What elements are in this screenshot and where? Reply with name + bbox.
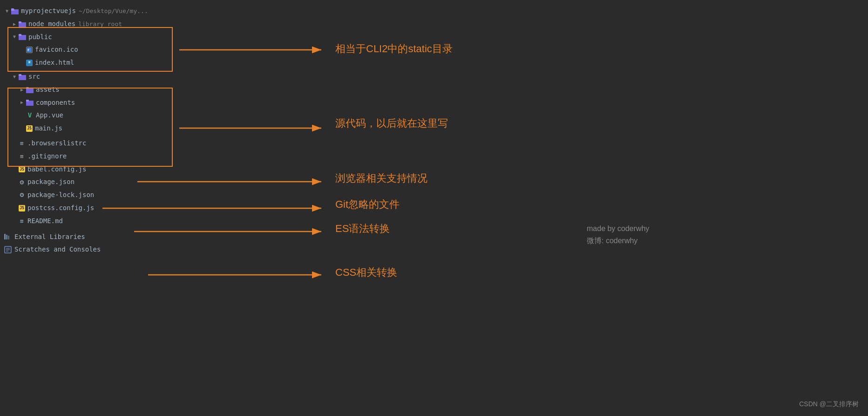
arrow-icon [19,99,25,106]
svg-rect-12 [26,87,29,89]
watermark-line2: 微博: coderwhy [587,235,649,247]
arrow-icon [4,8,10,14]
config-icon: ≡ [19,140,25,147]
svg-rect-4 [19,21,21,23]
watermark-coderwhy: made by coderwhy 微博: coderwhy [587,223,649,246]
ico-icon: F [26,47,33,53]
arrow-spacer [11,218,18,225]
main-js-label: main.js [35,123,62,134]
config-icon: ≡ [19,218,25,225]
arrow-spacer [19,125,25,132]
annotation-css: CSS相关转换 [335,266,397,280]
file-tree: myprojectvuejs ~/Desktop/Vue/my... node_… [0,0,177,261]
svg-rect-2 [11,8,14,10]
index-html-label: index.html [35,57,74,68]
public-label: public [28,32,52,43]
src-label: src [28,71,40,82]
arrow-icon [11,34,18,40]
left-panel: myprojectvuejs ~/Desktop/Vue/my... node_… [0,0,251,416]
folder-icon [19,33,26,41]
tree-item-main-js[interactable]: JS main.js [0,122,177,135]
folder-icon [11,7,19,15]
assets-label: assets [36,84,60,95]
folder-icon [26,86,34,94]
arrow-spacer [19,112,25,119]
folder-icon [26,99,34,106]
arrow-icon [11,21,18,27]
tree-item-browserslistrc[interactable]: ≡ .browserslistrc [0,137,177,150]
svg-text:F: F [27,48,29,52]
config-icon: ≡ [19,153,25,160]
tree-item-scratches[interactable]: Scratches and Consoles [0,243,177,256]
tree-item-favicon[interactable]: F favicon.ico [0,43,177,56]
gitignore-label: .gitignore [27,151,67,162]
svg-rect-16 [6,235,7,239]
arrow-spacer [11,166,18,172]
svg-rect-6 [19,34,21,36]
js-icon: JS [19,205,25,211]
babel-config-label: babel.config.js [27,164,86,175]
svg-rect-15 [4,234,6,239]
svg-rect-17 [8,236,9,239]
tree-item-node-modules[interactable]: node_modules library root [0,18,177,31]
annotation-browser: 浏览器相关支持情况 [335,171,427,185]
csdn-credit: CSDN @二叉排序树 [799,400,859,409]
folder-icon [19,20,26,28]
arrow-spacer [19,47,25,53]
readme-label: README.md [27,216,63,227]
annotation-static: 相当于CLI2中的static目录 [335,42,453,56]
annotation-git: Git忽略的文件 [335,198,400,211]
tree-item-index-html[interactable]: H index.html [0,56,177,69]
tree-item-src[interactable]: src [0,70,177,83]
tree-item-root[interactable]: myprojectvuejs ~/Desktop/Vue/my... [0,5,177,18]
package-lock-label: package-lock.json [27,190,94,201]
library-root-label: library root [78,19,122,29]
right-panel: 相当于CLI2中的static目录 源代码，以后就在这里写 浏览器相关支持情况 … [251,0,868,416]
annotation-es: ES语法转换 [335,222,390,236]
watermark-line1: made by coderwhy [587,223,649,235]
html-icon: H [26,60,33,66]
config-icon: ⚙ [19,192,25,198]
folder-icon [19,73,26,81]
root-label: myprojectvuejs [21,6,76,17]
tree-item-postcss-config[interactable]: JS postcss.config.js [0,202,177,215]
annotation-src: 源代码，以后就在这里写 [335,116,448,130]
config-icon: ⚙ [19,179,25,185]
browserslistrc-label: .browserslistrc [27,138,86,149]
arrow-spacer [19,60,25,66]
arrow-spacer [11,153,18,160]
node-modules-label: node_modules [28,19,75,30]
components-label: components [36,97,75,109]
package-json-label: package.json [27,177,75,188]
svg-rect-10 [19,74,21,76]
arrow-spacer [11,179,18,185]
js-icon: JS [19,166,25,172]
tree-item-babel-config[interactable]: JS babel.config.js [0,163,177,176]
tree-item-readme[interactable]: ≡ README.md [0,215,177,228]
postcss-config-label: postcss.config.js [27,203,94,214]
js-icon: JS [26,125,33,132]
tree-item-package-lock[interactable]: ⚙ package-lock.json [0,189,177,202]
tree-item-package-json[interactable]: ⚙ package.json [0,176,177,189]
tree-item-external-libraries[interactable]: External Libraries [0,231,177,244]
tree-item-gitignore[interactable]: ≡ .gitignore [0,150,177,163]
app-vue-label: App.vue [36,110,63,121]
arrow-spacer [11,205,18,211]
svg-rect-14 [26,100,29,102]
vue-icon: V [26,112,34,119]
favicon-label: favicon.ico [35,44,78,55]
external-libraries-label: External Libraries [14,232,85,243]
scratches-icon [4,246,12,253]
tree-item-components[interactable]: components [0,96,177,109]
scratches-label: Scratches and Consoles [14,244,101,255]
root-path: ~/Desktop/Vue/my... [79,6,148,16]
arrow-icon [19,87,25,93]
arrow-spacer [11,192,18,198]
tree-item-assets[interactable]: assets [0,83,177,96]
arrow-icon [11,74,18,80]
tree-item-app-vue[interactable]: V App.vue [0,109,177,122]
tree-item-public[interactable]: public [0,31,177,44]
external-libraries-icon [4,233,12,240]
arrow-spacer [11,140,18,147]
